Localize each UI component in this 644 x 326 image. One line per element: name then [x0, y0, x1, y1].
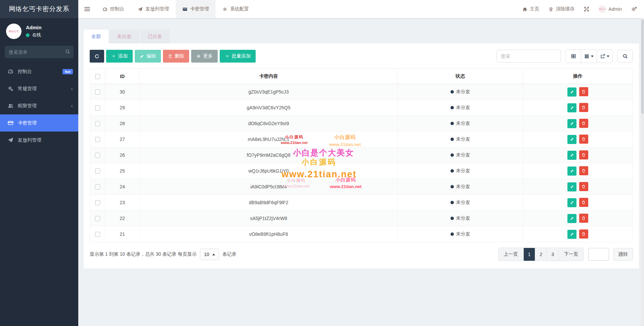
- cell-key: sA5jP1tZ2jV4rW8: [140, 211, 398, 226]
- table-footer: 显示第 1 到第 10 条记录，总共 30 条记录 每页显示 10 条记录 上一…: [90, 248, 633, 261]
- row-delete-button[interactable]: [579, 150, 588, 159]
- user-menu[interactable]: 网络乞丐 Admin: [599, 5, 622, 13]
- vertical-scrollbar[interactable]: [641, 18, 644, 326]
- navtab-settings[interactable]: 系统配置: [216, 0, 256, 18]
- navtab-label: 控制台: [110, 6, 124, 12]
- row-checkbox[interactable]: [95, 153, 100, 158]
- column-header-id[interactable]: ID: [105, 69, 140, 84]
- row-edit-button[interactable]: [567, 198, 576, 207]
- next-page-button[interactable]: 下一页: [559, 248, 584, 261]
- row-delete-button[interactable]: [579, 166, 588, 175]
- page-button-2[interactable]: 2: [535, 248, 547, 261]
- sidebar-item-general[interactable]: 常规管理 ‹: [0, 80, 78, 97]
- row-edit-button[interactable]: [567, 151, 576, 160]
- row-checkbox[interactable]: [95, 137, 100, 142]
- row-checkbox[interactable]: [95, 169, 100, 174]
- cell-key: fO7yP9mM2aC6gQ8: [140, 147, 398, 163]
- row-edit-button[interactable]: [567, 230, 576, 239]
- page-size-value: 10: [204, 252, 209, 257]
- row-checkbox[interactable]: [95, 121, 100, 126]
- column-header-key[interactable]: 卡密内容: [140, 69, 398, 84]
- cell-key: mA8eL9hU7uJ2hL1: [140, 132, 398, 147]
- search-submit-button[interactable]: [617, 50, 633, 63]
- cell-id: 24: [105, 179, 140, 195]
- page-button-3[interactable]: 3: [547, 248, 559, 261]
- select-all-checkbox[interactable]: [95, 74, 100, 79]
- sidebar-item-dashboard[interactable]: 控制台 hot: [0, 63, 78, 80]
- column-header-status[interactable]: 状态: [398, 69, 523, 84]
- page-button-1[interactable]: 1: [524, 248, 535, 261]
- search-icon: [622, 53, 628, 59]
- caret-up-icon: [212, 254, 215, 255]
- export-button[interactable]: [597, 50, 612, 63]
- row-delete-button[interactable]: [579, 182, 588, 191]
- chevron-down-icon: [591, 56, 594, 57]
- status-badge: 未分发: [456, 184, 470, 190]
- page-size-dropdown[interactable]: 10: [200, 249, 219, 260]
- row-edit-button[interactable]: [567, 119, 576, 128]
- row-delete-button[interactable]: [579, 214, 588, 223]
- cell-key: vO8eB9fI1pH8uF6: [140, 226, 398, 242]
- fullscreen-button[interactable]: [584, 6, 589, 12]
- navtab-distribution[interactable]: 发放列管理: [131, 0, 176, 18]
- row-checkbox[interactable]: [95, 232, 100, 237]
- row-checkbox[interactable]: [95, 216, 100, 221]
- row-edit-button[interactable]: [567, 214, 576, 223]
- delete-button[interactable]: 删除: [163, 50, 189, 63]
- table-row: 24 iA9iC0dP5cI3tM4 未分发: [90, 179, 633, 195]
- row-checkbox[interactable]: [95, 105, 100, 110]
- tab-all[interactable]: 全部: [84, 30, 109, 43]
- prev-page-button[interactable]: 上一页: [499, 248, 524, 261]
- table-search-input[interactable]: [497, 50, 561, 63]
- settings-button[interactable]: [631, 6, 637, 12]
- row-delete-button[interactable]: [579, 198, 588, 207]
- row-delete-button[interactable]: [579, 103, 588, 112]
- user-name: Admin: [26, 25, 42, 30]
- sidebar-item-label: 发放列管理: [18, 137, 41, 143]
- status-badge: 未分发: [456, 168, 470, 174]
- row-delete-button[interactable]: [579, 87, 588, 96]
- tab-undistributed[interactable]: 未分发: [110, 30, 139, 43]
- sidebar-item-label: 常规管理: [18, 86, 37, 92]
- jump-page-input[interactable]: [588, 248, 609, 261]
- row-edit-button[interactable]: [567, 103, 576, 112]
- batch-add-button[interactable]: ＋批量添加: [220, 50, 256, 63]
- navtab-cardkeys[interactable]: 卡密管理: [176, 0, 216, 18]
- refresh-button[interactable]: [90, 50, 104, 63]
- status-badge: 未分发: [456, 231, 470, 237]
- cell-key: wQ1rJ6pU6kG1jY0: [140, 163, 398, 179]
- sidebar-item-cardkeys[interactable]: 卡密管理: [0, 114, 78, 132]
- table-row: 22 sA5jP1tZ2jV4rW8 未分发: [90, 211, 633, 226]
- avatar[interactable]: 网络乞丐: [6, 24, 22, 39]
- paper-plane-icon: [7, 137, 13, 143]
- scrollbar-thumb[interactable]: [641, 20, 644, 114]
- row-edit-button[interactable]: [567, 182, 576, 191]
- sidebar-search-input[interactable]: [5, 46, 74, 58]
- toolbar: ＋添加 编辑 删除 更多 ＋批量添加: [90, 49, 633, 63]
- columns-button[interactable]: [581, 50, 597, 63]
- row-checkbox[interactable]: [95, 200, 100, 205]
- sidebar-item-permissions[interactable]: 权限管理 ‹: [0, 97, 78, 114]
- row-checkbox[interactable]: [95, 89, 100, 95]
- row-edit-button[interactable]: [567, 167, 576, 176]
- cell-id: 22: [105, 211, 140, 226]
- clear-cache-link[interactable]: 清除缓存: [549, 6, 574, 12]
- add-button[interactable]: ＋添加: [106, 50, 133, 63]
- row-edit-button[interactable]: [567, 135, 576, 144]
- more-button[interactable]: 更多: [191, 50, 218, 63]
- sidebar-item-distribution[interactable]: 发放列管理: [0, 132, 78, 149]
- navtab-dashboard[interactable]: 控制台: [96, 0, 131, 18]
- tab-distributed[interactable]: 已分发: [140, 30, 170, 43]
- row-edit-button[interactable]: [567, 87, 576, 97]
- row-checkbox[interactable]: [95, 184, 100, 189]
- home-link[interactable]: 主页: [522, 6, 539, 12]
- jump-button[interactable]: 跳转: [613, 248, 633, 261]
- status-dot-icon: [450, 169, 454, 173]
- toggle-view-button[interactable]: [566, 50, 581, 63]
- row-delete-button[interactable]: [579, 135, 588, 144]
- hamburger-menu-icon[interactable]: [78, 0, 96, 18]
- row-delete-button[interactable]: [579, 119, 588, 128]
- edit-button[interactable]: 编辑: [135, 50, 161, 63]
- refresh-icon: [94, 54, 99, 59]
- row-delete-button[interactable]: [579, 229, 588, 239]
